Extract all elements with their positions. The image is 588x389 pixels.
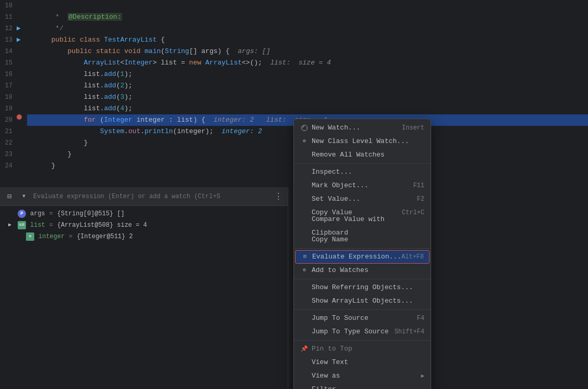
new-watch-icon: + — [300, 124, 309, 132]
menu-label-view-as: View as — [312, 369, 421, 383]
remove-watches-icon — [300, 151, 309, 159]
menu-item-set-value[interactable]: Set Value... F2 — [294, 192, 431, 206]
more-options-icon[interactable]: ⋮ — [273, 191, 284, 202]
mark-object-icon — [300, 181, 309, 190]
jump-type-icon — [300, 328, 309, 336]
execution-arrow-13: ▶ — [17, 34, 21, 46]
var-val-integer: {Integer@511} 2 — [77, 231, 133, 242]
set-value-icon — [300, 195, 309, 203]
breakpoint-20 — [17, 114, 22, 120]
menu-item-show-referring[interactable]: Show Referring Objects... — [294, 281, 431, 294]
menu-item-filter[interactable]: Filter... — [294, 383, 431, 389]
debug-toolbar: ⊟ ▼ ⋮ — [0, 187, 288, 206]
var-val-args: {String[0]@515} [] — [57, 208, 125, 219]
menu-item-mark-object[interactable]: Mark Object... F11 — [294, 179, 431, 192]
var-eq-integer: = — [69, 231, 72, 242]
var-type-icon-args: P — [18, 210, 26, 218]
menu-item-view-text[interactable]: View Text — [294, 356, 431, 369]
menu-label-filter: Filter... — [312, 383, 424, 389]
add-watches-icon: ⊕ — [300, 266, 309, 275]
var-type-icon-list: ≡ — [18, 221, 26, 229]
menu-label-show-arraylist: Show ArrayList Objects... — [312, 294, 424, 308]
code-line-12: public class TestArrayList { — [27, 23, 588, 34]
filter-icon[interactable]: ⊟ — [4, 191, 15, 202]
jump-source-icon — [300, 314, 309, 322]
submenu-arrow: ▶ — [421, 369, 424, 383]
menu-item-add-watches[interactable]: ⊕ Add to Watches — [294, 264, 431, 277]
menu-label-inspect: Inspect... — [312, 165, 424, 179]
menu-item-pin-top[interactable]: 📌 Pin to Top — [294, 342, 431, 356]
context-menu: + New Watch... Insert ⊕ New Class Level … — [293, 119, 431, 389]
line-numbers: 10 11 12 13 14 15 16 17 18 19 20 21 22 2… — [0, 0, 16, 187]
menu-item-jump-type[interactable]: Jump To Type Source Shift+F4 — [294, 325, 431, 339]
class-watch-icon: ⊕ — [300, 137, 309, 146]
menu-item-inspect[interactable]: Inspect... — [294, 165, 431, 179]
debug-panel: ⊟ ▼ ⋮ P args = {String[0]@515} [] ▶ ≡ li… — [0, 187, 288, 389]
gutter: ▶ ▶ — [16, 0, 27, 187]
expand-icon-list: ▶ — [8, 219, 16, 231]
copy-name-icon — [300, 236, 309, 244]
menu-label-view-text: View Text — [312, 356, 424, 369]
menu-item-show-arraylist[interactable]: Show ArrayList Objects... — [294, 294, 431, 308]
menu-item-class-watch[interactable]: ⊕ New Class Level Watch... — [294, 135, 431, 148]
var-row-args[interactable]: P args = {String[0]@515} [] — [0, 208, 288, 219]
menu-label-remove-watches: Remove All Watches — [312, 148, 424, 162]
menu-shortcut-set-value: F2 — [417, 192, 424, 206]
pin-icon: 📌 — [300, 345, 309, 353]
separator-5 — [294, 340, 431, 341]
menu-label-jump-type: Jump To Type Source — [312, 325, 394, 339]
show-referring-icon — [300, 283, 309, 292]
var-name-integer: integer — [38, 231, 64, 242]
var-eq-args: = — [49, 208, 53, 219]
copy-value-icon — [300, 209, 309, 217]
var-row-integer[interactable]: ≡ integer = {Integer@511} 2 — [0, 231, 288, 242]
separator-3 — [294, 279, 431, 279]
menu-label-pin-top: Pin to Top — [312, 342, 424, 356]
inspect-icon — [300, 168, 309, 176]
menu-item-jump-source[interactable]: Jump To Source F4 — [294, 312, 431, 325]
menu-item-view-as[interactable]: View as ▶ — [294, 369, 431, 383]
menu-shortcut-mark-object: F11 — [413, 179, 424, 192]
dropdown-icon[interactable]: ▼ — [19, 191, 29, 202]
menu-item-new-watch[interactable]: + New Watch... Insert — [294, 121, 431, 135]
eval-input[interactable] — [33, 190, 269, 203]
menu-label-class-watch: New Class Level Watch... — [312, 135, 424, 148]
menu-shortcut-jump-source: F4 — [417, 312, 424, 325]
compare-value-icon — [300, 222, 309, 230]
menu-label-add-watches: Add to Watches — [312, 264, 424, 277]
menu-item-evaluate[interactable]: ⊞ Evaluate Expression... Alt+F8 — [295, 250, 430, 264]
variables-list: P args = {String[0]@515} [] ▶ ≡ list = {… — [0, 206, 288, 244]
separator-2 — [294, 248, 431, 249]
menu-label-copy-name: Copy Name — [312, 233, 424, 247]
evaluate-icon: ⊞ — [301, 253, 309, 261]
filter-menu-icon — [300, 385, 309, 389]
view-text-icon — [300, 358, 309, 367]
separator-4 — [294, 309, 431, 310]
menu-label-show-referring: Show Referring Objects... — [312, 281, 424, 294]
show-arraylist-icon — [300, 297, 309, 305]
menu-label-mark-object: Mark Object... — [312, 179, 413, 192]
execution-arrow-12: ▶ — [17, 23, 21, 34]
var-val-list: {ArrayList@508} size = 4 — [57, 219, 147, 231]
menu-shortcut-jump-type: Shift+F4 — [394, 325, 424, 339]
var-type-icon-integer: ≡ — [26, 232, 34, 241]
menu-label-evaluate: Evaluate Expression... — [312, 250, 402, 264]
var-row-list[interactable]: ▶ ≡ list = {ArrayList@508} size = 4 — [0, 219, 288, 231]
menu-item-copy-name[interactable]: Copy Name — [294, 233, 431, 247]
view-as-icon — [300, 372, 309, 380]
var-name-args: args — [30, 208, 45, 219]
code-line-10: * @Description: — [27, 0, 588, 11]
separator-1 — [294, 163, 431, 164]
var-eq-list: = — [49, 219, 53, 231]
menu-shortcut-new-watch: Insert — [402, 121, 424, 135]
menu-label-new-watch: New Watch... — [312, 121, 402, 135]
menu-label-jump-source: Jump To Source — [312, 312, 417, 325]
menu-shortcut-evaluate: Alt+F8 — [402, 250, 424, 264]
var-name-list: list — [30, 219, 45, 231]
menu-label-set-value: Set Value... — [312, 192, 417, 206]
menu-item-compare-value[interactable]: Compare Value with Clipboard — [294, 219, 431, 233]
menu-item-remove-watches[interactable]: Remove All Watches — [294, 148, 431, 162]
